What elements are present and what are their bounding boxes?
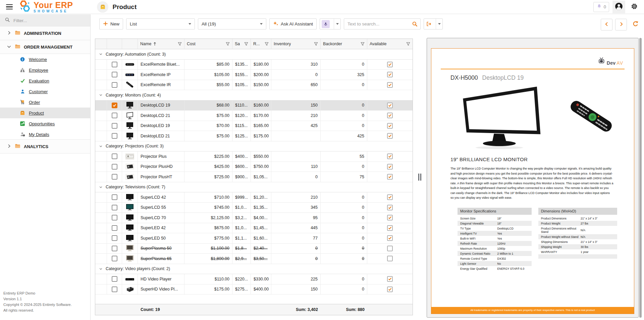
available-checkbox[interactable] xyxy=(387,72,393,77)
preview-scrollbar[interactable] xyxy=(639,38,642,318)
product-row-superplasma-65[interactable]: SuperPlasma 65$1,800.00$2,9...$3,50...00 xyxy=(95,254,413,264)
row-checkbox[interactable] xyxy=(112,113,117,118)
column-header-backorder[interactable]: Backorder xyxy=(321,39,367,49)
voice-search-button[interactable] xyxy=(320,18,341,29)
sidebar-item-welcome[interactable]: Welcome xyxy=(0,54,90,65)
column-header-cost[interactable]: Cost xyxy=(184,39,232,49)
product-row-superlcd-55[interactable]: SuperLCD 55$745.00$1,0...$1,35...3450 xyxy=(95,203,413,213)
available-checkbox[interactable] xyxy=(387,215,393,220)
product-row-superled-50[interactable]: SuperLED 50$775.00$1,1...$1,60...770 xyxy=(95,233,413,244)
row-checkbox[interactable] xyxy=(112,133,117,139)
product-row-desktopled-19[interactable]: DesktopLED 19$70.00$115...$165.004250 xyxy=(95,121,413,131)
available-checkbox[interactable] xyxy=(387,153,393,159)
ask-ai-assistant-button[interactable]: Ask AI Assistant xyxy=(269,18,317,29)
product-row-desktoplcd-21[interactable]: DesktopLCD 21$75.00$120...$170.002100 xyxy=(95,111,413,121)
sidebar-item-order[interactable]: Order xyxy=(0,97,90,108)
product-row-superhd-video-pl[interactable]: SuperHD Video Pl...$175.00$275...$400.00… xyxy=(95,284,413,295)
sidebar-item-product[interactable]: Product xyxy=(0,108,90,118)
available-checkbox[interactable] xyxy=(387,256,393,261)
refresh-button[interactable] xyxy=(630,19,641,30)
sidebar-filter-input[interactable] xyxy=(13,18,80,23)
product-row-projector-plusht[interactable]: Projector PlusHT$725.00$900...$1,05...07… xyxy=(95,172,413,182)
row-checkbox[interactable] xyxy=(112,286,117,292)
hamburger-menu-icon[interactable] xyxy=(3,0,16,14)
available-checkbox[interactable] xyxy=(387,225,393,231)
panel-splitter[interactable] xyxy=(417,39,422,315)
row-checkbox[interactable] xyxy=(112,72,117,77)
group-row-category-automation-count-3[interactable]: Category: Automation (Count: 3) xyxy=(95,49,413,60)
voice-search-dropdown[interactable] xyxy=(334,19,340,29)
chevron-down-icon[interactable] xyxy=(99,52,103,56)
available-checkbox[interactable] xyxy=(387,205,393,210)
available-checkbox[interactable] xyxy=(387,103,393,108)
group-row-category-televisions-count-7[interactable]: Category: Televisions (Count: 7) xyxy=(95,182,413,193)
row-checkbox[interactable] xyxy=(112,225,117,231)
filter-funnel-icon[interactable] xyxy=(313,42,318,46)
column-header-name[interactable]: Name xyxy=(138,39,184,49)
available-checkbox[interactable] xyxy=(387,123,393,129)
chevron-down-icon[interactable] xyxy=(99,144,103,148)
available-checkbox[interactable] xyxy=(387,164,393,170)
sidebar-item-employee[interactable]: Employee xyxy=(0,65,90,75)
view-select[interactable]: List xyxy=(126,18,195,29)
product-row-projector-plus[interactable]: Projector Plus$225.00$400...$550.0055 xyxy=(95,151,413,162)
product-row-excelremote-ip[interactable]: ExcelRemote IP$105.00$155...$200.000325 xyxy=(95,70,413,80)
product-row-superlcd-42[interactable]: SuperLCD 42$710.00$999...$1,20...2100 xyxy=(95,192,413,203)
user-avatar-button[interactable] xyxy=(612,1,625,13)
sidebar-section-analytics[interactable]: ANALYTICS xyxy=(0,139,90,153)
search-input[interactable] xyxy=(344,21,409,26)
filter-funnel-icon[interactable] xyxy=(224,42,230,46)
search-icon[interactable] xyxy=(409,21,420,27)
available-checkbox[interactable] xyxy=(387,174,393,180)
chevron-down-icon[interactable] xyxy=(99,93,103,97)
group-row-category-monitors-count-4[interactable]: Category: Monitors (Count: 4) xyxy=(95,90,413,101)
sidebar-section-administration[interactable]: ADMINISTRATION xyxy=(0,26,90,40)
settings-button[interactable] xyxy=(629,1,640,13)
export-button[interactable] xyxy=(424,18,443,29)
previous-record-button[interactable] xyxy=(601,19,612,30)
row-checkbox[interactable] xyxy=(112,62,117,67)
row-checkbox[interactable] xyxy=(112,153,117,159)
row-checkbox[interactable] xyxy=(112,215,117,220)
chevron-down-icon[interactable] xyxy=(99,185,103,189)
filter-funnel-icon[interactable] xyxy=(176,42,182,46)
product-row-desktoplcd-19[interactable]: DesktopLCD 19$68.00$110...$160.001500 xyxy=(95,101,413,111)
product-row-projector-plushd[interactable]: Projector PlusHD$425.00$600...$750.00110… xyxy=(95,162,413,172)
filter-funnel-icon[interactable] xyxy=(243,42,248,46)
available-checkbox[interactable] xyxy=(387,82,393,88)
chevron-down-icon[interactable] xyxy=(99,267,103,271)
available-checkbox[interactable] xyxy=(387,62,393,67)
row-checkbox[interactable] xyxy=(112,246,117,251)
next-record-button[interactable] xyxy=(615,19,627,30)
product-row-excelremote-bluet[interactable]: ExcelRemote Bluet...$85.00$135...$180.00… xyxy=(95,60,413,70)
sidebar-section-order-management[interactable]: ORDER MANAGEMENT xyxy=(0,40,90,54)
column-header-inventory[interactable]: Inventory xyxy=(271,39,321,49)
product-row-desktopled-21[interactable]: DesktopLED 21$75.00$125...$175.00425 xyxy=(95,131,413,141)
product-row-superplasma-50[interactable]: SuperPlasma 50$1,100.00$1,8...$2,40...00 xyxy=(95,244,413,254)
filter-funnel-icon[interactable] xyxy=(405,42,410,46)
row-checkbox[interactable] xyxy=(112,123,117,129)
sidebar-item-my-details[interactable]: My Details xyxy=(0,129,90,140)
row-checkbox[interactable] xyxy=(112,103,117,108)
row-checkbox[interactable] xyxy=(112,194,117,200)
product-row-hd-video-player[interactable]: HD Video Player$110.00$220...$330.002250 xyxy=(95,274,413,284)
available-checkbox[interactable] xyxy=(387,246,393,251)
filter-funnel-icon[interactable] xyxy=(263,42,269,46)
row-checkbox[interactable] xyxy=(112,164,117,170)
product-row-superled-42[interactable]: SuperLED 42$675.00$1,0...$1,45...4450 xyxy=(95,223,413,234)
row-checkbox[interactable] xyxy=(112,82,117,88)
available-checkbox[interactable] xyxy=(387,194,393,200)
sidebar-item-evaluation[interactable]: Evaluation xyxy=(0,75,90,86)
available-checkbox[interactable] xyxy=(387,276,393,282)
notifications-button[interactable]: 0 xyxy=(593,2,609,12)
available-checkbox[interactable] xyxy=(387,235,393,241)
row-checkbox[interactable] xyxy=(112,256,117,261)
column-header-available[interactable]: Available xyxy=(367,39,413,49)
row-checkbox[interactable] xyxy=(112,174,117,180)
product-row-excelremote-ir[interactable]: ExcelRemote IR$55.00$105...$150.006500 xyxy=(95,80,413,90)
product-row-superlcd-70[interactable]: SuperLCD 70$2,125.00$3,2...$4,00...950 xyxy=(95,213,413,223)
column-header-r[interactable]: R... xyxy=(251,39,271,49)
filter-funnel-icon[interactable] xyxy=(359,42,365,46)
sidebar-item-customer[interactable]: Customer xyxy=(0,86,90,97)
group-row-category-projectors-count-3[interactable]: Category: Projectors (Count: 3) xyxy=(95,141,413,152)
